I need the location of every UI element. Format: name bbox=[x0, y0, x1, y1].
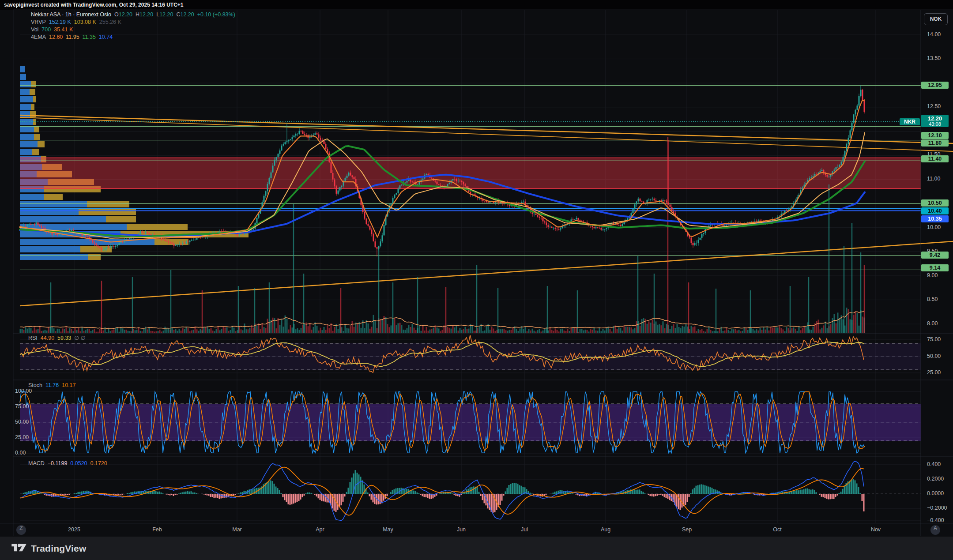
macd-label[interactable]: MACD bbox=[28, 460, 45, 466]
volume-value-1: 700 bbox=[41, 26, 51, 33]
symbol-title-row[interactable]: Nekkar ASA · 1h · Euronext Oslo O12.20 H… bbox=[31, 11, 235, 19]
price-level-badge: 10.40 bbox=[921, 207, 949, 214]
axis-tick: 75.00 bbox=[927, 336, 941, 342]
stoch-axis-tick: 100.00 bbox=[15, 388, 32, 394]
macd-legend[interactable]: MACD −0.1199 0.0520 0.1720 bbox=[28, 460, 107, 466]
axis-tick: −0.2000 bbox=[927, 505, 947, 511]
price-level-badge: 9.42 bbox=[921, 252, 949, 259]
volume-label[interactable]: Vol bbox=[31, 26, 38, 33]
price-level-badge: 12.10 bbox=[921, 132, 949, 139]
price-level-badge: 10.50 bbox=[921, 199, 949, 207]
volume-value-2: 35.41 K bbox=[54, 26, 73, 33]
month-label: Oct bbox=[773, 526, 781, 533]
month-label: Mar bbox=[232, 526, 242, 533]
ohlc-close-value: 12.20 bbox=[180, 11, 194, 18]
price-axis[interactable]: 14.0013.5012.5011.5011.0010.009.509.008.… bbox=[921, 10, 953, 536]
macd-line-value: 0.0520 bbox=[70, 460, 87, 466]
stoch-label[interactable]: Stoch bbox=[28, 382, 42, 388]
month-label: Aug bbox=[601, 526, 610, 533]
auto-scale-button[interactable]: A bbox=[930, 525, 940, 535]
axis-tick: 8.50 bbox=[927, 296, 938, 302]
tradingview-logo-icon[interactable] bbox=[11, 542, 26, 555]
axis-tick: 14.00 bbox=[927, 31, 941, 38]
price-level-badge: 12.95 bbox=[921, 82, 949, 89]
price-level-badge: 10.35 bbox=[921, 215, 949, 222]
stoch-k-value: 11.76 bbox=[45, 382, 59, 388]
month-label: Sep bbox=[682, 526, 692, 533]
stoch-axis-tick: 75.00 bbox=[15, 403, 29, 410]
ohlc-open-value: 12.20 bbox=[119, 11, 132, 18]
macd-signal-value: 0.1720 bbox=[90, 460, 107, 466]
month-label: Apr bbox=[316, 526, 324, 533]
price-level-badge: 11.40 bbox=[921, 155, 949, 162]
axis-tick: 0.0000 bbox=[927, 490, 944, 496]
time-axis[interactable]: Z 2025FebMarAprMayJunJulAugSepOctNov A bbox=[0, 523, 953, 537]
symbol-legend[interactable]: Nekkar ASA · 1h · Euronext Oslo O12.20 H… bbox=[31, 11, 235, 41]
macd-hist-value: −0.1199 bbox=[48, 460, 68, 466]
month-label: Nov bbox=[871, 526, 881, 533]
month-label: Jun bbox=[457, 526, 466, 533]
ohlc-low-value: 12.20 bbox=[159, 11, 173, 18]
month-label: 2025 bbox=[68, 526, 80, 533]
vrvp-label[interactable]: VRVP bbox=[31, 19, 46, 25]
last-price-value: 12.20 bbox=[928, 115, 942, 122]
vrvp-legend-row[interactable]: VRVP 152.19 K 103.08 K 255.26 K bbox=[31, 19, 235, 26]
ohlc-open-label: O bbox=[114, 11, 119, 18]
stoch-legend[interactable]: Stoch 11.76 10.17 bbox=[28, 382, 76, 388]
ohlc-high-value: 12.20 bbox=[139, 11, 153, 18]
change-value: +0.10 (+0.83%) bbox=[197, 11, 235, 18]
month-label: Feb bbox=[152, 526, 162, 533]
chart-canvas[interactable] bbox=[0, 0, 953, 560]
timezone-button[interactable]: Z bbox=[16, 525, 26, 535]
volume-legend-row[interactable]: Vol 700 35.41 K bbox=[31, 26, 235, 34]
footer-bar: TradingView bbox=[0, 537, 953, 560]
axis-tick: 10.00 bbox=[927, 224, 941, 230]
price-level-badge: 11.80 bbox=[921, 139, 949, 147]
month-label: May bbox=[383, 526, 393, 533]
vrvp-value-2: 103.08 K bbox=[74, 19, 96, 25]
tradingview-brand-text[interactable]: TradingView bbox=[31, 543, 87, 554]
axis-tick: 11.00 bbox=[927, 176, 940, 182]
last-price-badge: 12.20 43:08 bbox=[921, 115, 949, 127]
axis-tick: 0.2000 bbox=[927, 476, 944, 482]
stoch-axis-tick: 50.00 bbox=[15, 419, 29, 425]
axis-tick: 13.50 bbox=[927, 55, 941, 61]
ema-value-4: 10.74 bbox=[99, 34, 113, 40]
price-level-badge: 9.14 bbox=[921, 264, 949, 271]
ema-value-1: 12.60 bbox=[49, 34, 63, 40]
ema-value-2: 11.95 bbox=[66, 34, 79, 40]
ohlc-high-label: H bbox=[136, 11, 139, 18]
axis-tick: 25.00 bbox=[927, 369, 941, 376]
last-price-symbol-chip: NKR bbox=[900, 118, 920, 125]
symbol-title[interactable]: Nekkar ASA · 1h · Euronext Oslo bbox=[31, 11, 111, 18]
rsi-hidden-values: ∅ ∅ bbox=[74, 335, 85, 341]
currency-button[interactable]: NOK bbox=[924, 13, 948, 25]
rsi-legend[interactable]: RSI 44.90 59.33 ∅ ∅ bbox=[28, 334, 86, 341]
rsi-value: 44.90 bbox=[41, 335, 54, 341]
ema-value-3: 11.35 bbox=[83, 34, 96, 40]
tradingview-chart-window: savepiginvest created with TradingView.c… bbox=[0, 0, 953, 560]
stoch-axis-tick: 25.00 bbox=[15, 434, 29, 440]
axis-tick: 8.00 bbox=[927, 320, 938, 327]
axis-tick: 50.00 bbox=[927, 353, 941, 359]
month-label: Jul bbox=[521, 526, 528, 533]
vrvp-value-3: 255.26 K bbox=[99, 19, 121, 25]
bar-countdown: 43:08 bbox=[921, 121, 949, 127]
ema-label[interactable]: 4EMA bbox=[31, 34, 46, 40]
axis-tick: 12.50 bbox=[927, 103, 941, 109]
axis-tick: 9.00 bbox=[927, 272, 938, 278]
rsi-label[interactable]: RSI bbox=[28, 335, 38, 341]
axis-tick: 0.400 bbox=[927, 461, 941, 467]
rsi-ma-value: 59.33 bbox=[57, 335, 71, 341]
axis-tick: −0.400 bbox=[927, 517, 944, 523]
ema-legend-row[interactable]: 4EMA 12.60 11.95 11.35 10.74 bbox=[31, 34, 235, 41]
stoch-d-value: 10.17 bbox=[62, 382, 75, 388]
stoch-axis-tick: 0.00 bbox=[15, 450, 26, 456]
vrvp-value-1: 152.19 K bbox=[49, 19, 71, 25]
